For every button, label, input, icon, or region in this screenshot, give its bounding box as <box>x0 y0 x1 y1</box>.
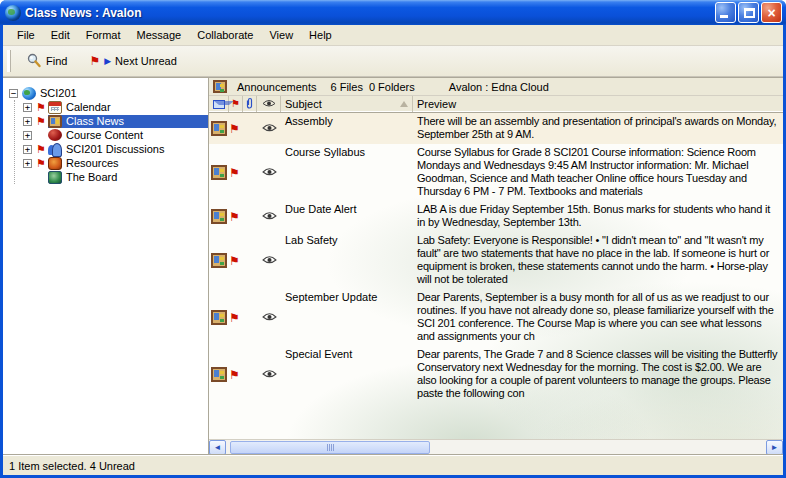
next-unread-button[interactable]: ⚑ ▶ Next Unread <box>82 51 183 71</box>
server-location: Avalon : Edna Cloud <box>449 81 549 93</box>
find-button[interactable]: Find <box>19 49 74 73</box>
minimize-icon <box>720 15 728 18</box>
menu-collaborate[interactable]: Collaborate <box>189 27 261 43</box>
status-bar: 1 Item selected. 4 Unread <box>3 455 783 475</box>
collapse-expander[interactable]: − <box>9 89 18 98</box>
message-preview: Lab Safety: Everyone is Responsible! • "… <box>413 232 783 289</box>
tree-item-discussions[interactable]: + ⚑ SCI201 Discussions <box>23 142 208 156</box>
unread-flag-icon: ⚑ <box>36 158 48 169</box>
unread-flag-icon: ⚑ <box>229 312 240 324</box>
column-subject[interactable]: Subject <box>281 96 413 112</box>
column-attachment[interactable] <box>243 96 257 112</box>
menu-view[interactable]: View <box>261 27 301 43</box>
next-unread-label: Next Unread <box>115 55 177 67</box>
unread-flag-icon: ⚑ <box>229 255 240 267</box>
horizontal-scrollbar[interactable]: ◄ ► <box>209 439 783 455</box>
tree-item-label: Resources <box>65 157 122 170</box>
unread-flag-icon: ⚑ <box>36 102 48 113</box>
toolbar: Find ⚑ ▶ Next Unread <box>3 46 783 77</box>
tree-item-calendar[interactable]: + ⚑ Calendar <box>23 100 208 114</box>
tree-item-course-content[interactable]: + Course Content <box>23 128 208 142</box>
message-preview: Course Syllabus for Grade 8 SCI201 Cours… <box>413 144 783 201</box>
column-item-type[interactable] <box>209 96 229 112</box>
scrollbar-thumb[interactable] <box>230 441 430 454</box>
unread-flag-icon: ⚑ <box>229 123 240 135</box>
message-row-special-event[interactable]: ⚑ Special Event Dear parents, The Grade … <box>209 346 783 403</box>
panel-title: Announcements <box>237 81 317 93</box>
main-content: − SCI201 + ⚑ Calendar + ⚑ Class News <box>3 77 783 455</box>
menu-file[interactable]: File <box>9 27 43 43</box>
menu-bar: File Edit Format Message Collaborate Vie… <box>3 25 783 46</box>
expand-icon[interactable]: + <box>23 145 32 154</box>
message-icon <box>211 121 227 136</box>
folders-count: 0 Folders <box>369 81 415 93</box>
scroll-right-button[interactable]: ► <box>766 440 783 455</box>
tree-root-label: SCI201 <box>39 87 80 100</box>
tree-item-label: Calendar <box>65 101 114 114</box>
column-preview[interactable]: Preview <box>413 96 783 112</box>
expand-icon[interactable]: + <box>23 103 32 112</box>
message-icon <box>211 165 227 180</box>
message-row-september-update[interactable]: ⚑ September Update Dear Parents, Septemb… <box>209 289 783 346</box>
globe-icon <box>22 87 36 100</box>
course-content-icon <box>48 129 62 141</box>
tree-children: + ⚑ Calendar + ⚑ Class News + <box>14 100 208 184</box>
unread-flag-icon: ⚑ <box>89 55 100 67</box>
message-preview: Dear parents, The Grade 7 and 8 Science … <box>413 346 783 403</box>
resources-icon <box>48 157 62 170</box>
message-subject: Special Event <box>281 346 413 403</box>
message-row-assembly[interactable]: ⚑ Assembly There will be an assembly and… <box>209 113 783 144</box>
the-board-icon <box>48 171 62 184</box>
tree-item-resources[interactable]: + ⚑ Resources <box>23 156 208 170</box>
discussions-people-icon <box>48 143 62 156</box>
title-bar[interactable]: Class News : Avalon × <box>0 0 786 25</box>
close-icon: × <box>762 4 781 22</box>
message-row-course-syllabus[interactable]: ⚑ Course Syllabus Course Syllabus for Gr… <box>209 144 783 201</box>
toolbar-grip[interactable] <box>7 50 11 72</box>
menu-help[interactable]: Help <box>301 27 340 43</box>
tree-item-the-board[interactable]: The Board <box>23 170 208 184</box>
find-label: Find <box>46 55 67 67</box>
sort-ascending-icon <box>400 101 408 107</box>
files-count: 6 Files <box>331 81 363 93</box>
column-read-status[interactable] <box>257 96 281 112</box>
window-title: Class News : Avalon <box>25 6 715 20</box>
eye-icon <box>262 98 276 110</box>
message-icon <box>211 209 227 224</box>
scrollbar-track[interactable] <box>226 440 766 455</box>
unread-flag-icon: ⚑ <box>36 144 48 155</box>
message-icon <box>211 310 227 325</box>
message-icon <box>211 253 227 268</box>
tree-item-label: Class News <box>65 115 127 128</box>
paperclip-icon <box>245 97 254 112</box>
unread-flag-icon: ⚑ <box>36 116 48 127</box>
scroll-left-button[interactable]: ◄ <box>209 440 226 455</box>
message-row-lab-safety[interactable]: ⚑ Lab Safety Lab Safety: Everyone is Res… <box>209 232 783 289</box>
message-row-due-date-alert[interactable]: ⚑ Due Date Alert LAB A is due Friday Sep… <box>209 201 783 232</box>
expander-placeholder <box>23 173 32 182</box>
message-subject: Course Syllabus <box>281 144 413 201</box>
close-button[interactable]: × <box>761 2 782 23</box>
eye-icon <box>262 255 277 267</box>
tree-item-class-news[interactable]: + ⚑ Class News <box>23 114 208 128</box>
envelope-icon <box>213 100 225 109</box>
tree-item-sci201[interactable]: − SCI201 <box>9 86 208 100</box>
message-preview: There will be an assembly and presentati… <box>413 113 783 144</box>
eye-icon <box>262 167 277 179</box>
eye-icon <box>262 211 277 223</box>
unread-flag-icon: ⚑ <box>229 211 240 223</box>
tree-item-label: SCI201 Discussions <box>65 143 167 156</box>
expand-icon[interactable]: + <box>23 131 32 140</box>
maximize-button[interactable] <box>738 2 759 23</box>
status-text: 1 Item selected. 4 Unread <box>9 460 135 472</box>
menu-edit[interactable]: Edit <box>43 27 78 43</box>
calendar-icon <box>48 101 62 114</box>
message-preview: Dear Parents, September is a busy month … <box>413 289 783 346</box>
minimize-button[interactable] <box>715 2 736 23</box>
unread-flag-icon: ⚑ <box>229 167 240 179</box>
menu-message[interactable]: Message <box>129 27 190 43</box>
folder-tree-panel: − SCI201 + ⚑ Calendar + ⚑ Class News <box>3 78 209 455</box>
expand-icon[interactable]: + <box>23 117 32 126</box>
menu-format[interactable]: Format <box>78 27 129 43</box>
expand-icon[interactable]: + <box>23 159 32 168</box>
